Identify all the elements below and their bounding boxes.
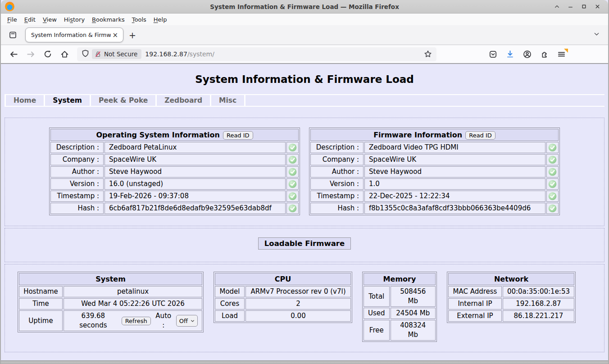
table-row: Company :SpaceWire UK — [310, 154, 559, 165]
status-ok-icon — [546, 166, 559, 177]
url-path: /system/ — [187, 50, 214, 58]
system-table: System Hostnamepetalinux TimeWed Mar 4 0… — [18, 272, 204, 332]
table-row: Author :Steve Haywood — [50, 166, 299, 177]
table-row: External IP86.18.221.217 — [448, 310, 574, 322]
os-read-id-button[interactable]: Read ID — [223, 131, 253, 140]
firmware-info-header: Firmware InformationRead ID — [310, 129, 559, 141]
pocket-icon[interactable] — [487, 48, 499, 60]
table-row: Description :Zedboard Video TPG HDMI — [310, 142, 559, 153]
reload-icon[interactable] — [41, 48, 54, 60]
new-tab-button[interactable]: + — [123, 30, 141, 40]
menu-file[interactable]: File — [4, 15, 21, 24]
tab-title: System Information & Firmware L — [31, 32, 111, 38]
status-ok-icon — [286, 166, 299, 177]
table-row: Hash :6cb6af817b21f8de6d8edafb9e32595e63… — [50, 203, 299, 214]
firefox-view-icon[interactable] — [5, 28, 20, 42]
account-icon[interactable] — [521, 48, 533, 60]
tab-bar: System Information & Firmware L × + — [1, 25, 608, 45]
status-ok-icon — [546, 191, 559, 202]
status-ok-icon — [546, 142, 559, 153]
window-title: System Information & Firmware Load — Moz… — [1, 3, 608, 10]
window-titlebar: System Information & Firmware Load — Moz… — [1, 0, 608, 14]
network-table-header: Network — [448, 273, 574, 285]
menu-tools[interactable]: Tools — [128, 15, 150, 24]
extensions-puzzle-icon[interactable] — [538, 48, 550, 60]
nav-item-home[interactable]: Home — [5, 95, 45, 106]
status-section: System Hostnamepetalinux TimeWed Mar 4 0… — [5, 264, 604, 352]
table-row: Version :1.0 — [310, 178, 559, 190]
not-secure-badge[interactable]: Not Secure — [92, 49, 141, 59]
url-bar[interactable]: Not Secure 192.168.2.87/system/ — [77, 47, 436, 61]
status-ok-icon — [286, 178, 299, 190]
table-row: Timestamp :19-Feb-2026 - 09:37:08 — [50, 191, 299, 202]
auto-refresh-select[interactable]: Off — [176, 315, 198, 327]
loadable-firmware-header[interactable]: Loadable Firmware — [258, 237, 351, 250]
page-content: System Information & Firmware Load Home … — [1, 64, 608, 360]
uptime-value: 639.68 seconds — [68, 311, 118, 330]
os-info-header: Operating System InformationRead ID — [50, 129, 299, 141]
refresh-button[interactable]: Refresh — [122, 317, 151, 325]
url-text: 192.168.2.87/system/ — [145, 50, 214, 58]
table-row: TimeWed Mar 4 05:22:26 UTC 2026 — [19, 298, 202, 309]
nav-item-peek-poke[interactable]: Peek & Poke — [91, 95, 157, 106]
table-row: Company :SpaceWire UK — [50, 154, 299, 165]
back-icon[interactable] — [7, 48, 20, 61]
site-nav: Home System Peek & Poke Zedboard Misc — [5, 94, 604, 107]
table-row: Uptime 639.68 seconds Refresh Auto : Off — [19, 310, 202, 331]
minimize-window-icon[interactable] — [567, 3, 574, 10]
table-row: Hostnamepetalinux — [19, 286, 202, 297]
downloads-icon[interactable] — [504, 48, 516, 60]
browser-window: System Information & Firmware Load — Moz… — [0, 0, 609, 364]
firmware-read-id-button[interactable]: Read ID — [465, 131, 495, 140]
window-bottom-edge — [1, 360, 608, 364]
menu-hamburger-icon[interactable] — [555, 48, 568, 60]
navigation-toolbar: Not Secure 192.168.2.87/system/ — [1, 45, 608, 64]
cpu-table-header: CPU — [215, 273, 351, 285]
url-host: 192.168.2.87 — [145, 50, 187, 58]
tab-system-information[interactable]: System Information & Firmware L × — [25, 27, 123, 42]
os-info-table: Operating System InformationRead ID Desc… — [49, 127, 300, 215]
menu-edit[interactable]: Edit — [21, 15, 39, 24]
status-ok-icon — [546, 178, 559, 190]
status-ok-icon — [286, 154, 299, 165]
not-secure-label: Not Secure — [104, 50, 137, 58]
table-row: Cores2 — [215, 298, 351, 309]
system-table-header: System — [19, 273, 202, 285]
table-row: Load0.00 — [215, 310, 351, 322]
nav-item-zedboard[interactable]: Zedboard — [157, 95, 211, 106]
nav-item-system[interactable]: System — [45, 95, 91, 106]
bookmark-star-icon[interactable] — [424, 50, 432, 58]
list-tabs-chevron-icon[interactable] — [590, 29, 604, 41]
page-title: System Information & Firmware Load — [5, 73, 604, 85]
table-row: ModelARMv7 Processor rev 0 (v7l) — [215, 286, 351, 297]
menu-bar: File Edit View History Bookmarks Tools H… — [1, 14, 608, 25]
update-badge-icon — [564, 49, 568, 53]
auto-label: Auto : — [154, 311, 173, 330]
info-section: Operating System InformationRead ID Desc… — [5, 118, 604, 226]
table-row: Internal IP192.168.2.87 — [448, 298, 574, 309]
menu-bookmarks[interactable]: Bookmarks — [88, 15, 128, 24]
cpu-table: CPU ModelARMv7 Processor rev 0 (v7l) Cor… — [214, 272, 352, 323]
table-row: Used24504 Mb — [364, 308, 436, 319]
maximize-window-icon[interactable] — [581, 3, 587, 10]
status-ok-icon — [286, 191, 299, 202]
menu-help[interactable]: Help — [150, 15, 171, 24]
table-row: Free408324 Mb — [364, 320, 436, 341]
table-row: Hash :f8b1355c0c8a3afaf8cdf33bbb066363be… — [310, 203, 559, 214]
menu-history[interactable]: History — [60, 15, 88, 24]
broken-lock-icon — [95, 51, 101, 58]
home-icon[interactable] — [58, 48, 71, 61]
chevron-down-icon — [191, 319, 195, 323]
table-row: Timestamp :22-Dec-2025 - 12:22:34 — [310, 191, 559, 202]
forward-icon[interactable] — [24, 48, 37, 61]
tab-close-icon[interactable]: × — [111, 31, 119, 39]
nav-item-misc[interactable]: Misc — [211, 95, 245, 106]
status-ok-icon — [286, 203, 299, 214]
menu-view[interactable]: View — [39, 15, 60, 24]
close-window-icon[interactable] — [594, 3, 601, 10]
status-ok-icon — [546, 154, 559, 165]
firmware-info-table: Firmware InformationRead ID Description … — [309, 127, 560, 215]
shield-icon[interactable] — [82, 50, 89, 59]
shade-window-icon[interactable] — [554, 3, 560, 10]
table-row: Description :Zedboard PetaLinux — [50, 142, 299, 153]
